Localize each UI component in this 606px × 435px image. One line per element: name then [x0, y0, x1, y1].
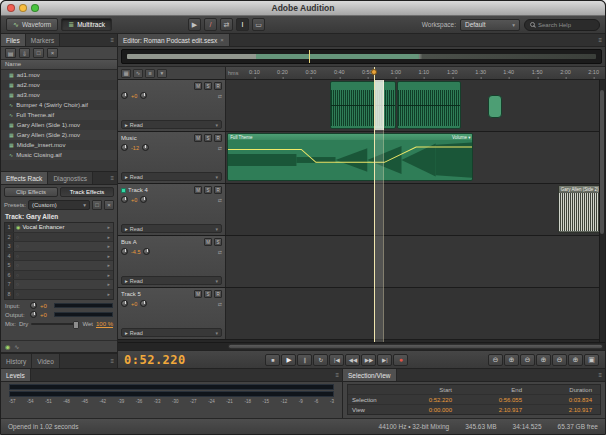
slip-tool-button[interactable]: ⇄ [220, 18, 233, 31]
effect-slot[interactable]: 6○▸ [5, 271, 113, 281]
track-lane[interactable] [226, 80, 605, 131]
volume-value[interactable]: -4.5 [131, 249, 140, 255]
io-routing-icon[interactable]: ⇄ [218, 197, 222, 203]
power-icon[interactable]: ○ [16, 253, 19, 259]
arm-button[interactable]: R [214, 134, 222, 142]
panel-menu-icon[interactable]: ≡ [332, 369, 342, 381]
zoom-out-button[interactable]: ⊖ [488, 354, 503, 366]
tab-markers[interactable]: Markers [26, 34, 60, 46]
io-routing-icon[interactable]: ⇄ [218, 301, 222, 307]
effect-slot[interactable]: 3○▸ [5, 242, 113, 252]
track-header[interactable]: Music M S R -12 ⇄ [118, 132, 226, 183]
scrollbar-thumb[interactable] [228, 344, 603, 349]
io-routing-icon[interactable]: ⇄ [218, 93, 222, 99]
track-lane[interactable]: Gary Allen (Side 2) [226, 184, 605, 235]
solo-button[interactable]: S [204, 290, 212, 298]
power-icon[interactable]: ○ [16, 281, 19, 287]
solo-button[interactable]: S [204, 82, 212, 90]
mute-button[interactable]: M [194, 186, 202, 194]
effect-slot[interactable]: 4○▸ [5, 252, 113, 262]
audio-clip-gary-allen[interactable]: Gary Allen (Side 2) [558, 185, 605, 233]
track-name[interactable]: Track 4 [128, 187, 192, 193]
delete-file-button[interactable]: × [47, 48, 58, 58]
volume-value[interactable]: +0 [131, 301, 137, 307]
help-search-box[interactable] [524, 19, 600, 31]
track-lane[interactable] [226, 288, 605, 339]
new-file-button[interactable]: □ [33, 48, 44, 58]
rack-meter-icon[interactable]: ∿ [14, 343, 19, 350]
effect-slot[interactable]: 7○▸ [5, 280, 113, 290]
session-overview-bar[interactable] [121, 49, 602, 64]
import-file-button[interactable]: ▤ [5, 48, 16, 58]
automation-mode-dropdown[interactable]: ▸ Read ▾ [121, 328, 222, 337]
track-header[interactable]: Track 5 M S R +0 ⇄ [118, 288, 226, 339]
automation-mode-dropdown[interactable]: ▸ Read ▾ [121, 120, 222, 129]
view-start-value[interactable]: 0:00.000 [390, 407, 460, 413]
record-button[interactable]: ● [393, 354, 408, 366]
output-gain-knob[interactable] [30, 311, 37, 318]
scrollbar-thumb[interactable] [600, 90, 604, 234]
track-header[interactable]: M S R +0 ⇄ ▸ [118, 80, 226, 131]
chevron-right-icon[interactable]: ▸ [107, 253, 111, 259]
track-header[interactable]: Bus A M S -4.5 ⇄ ▸ [118, 236, 226, 287]
panel-menu-icon[interactable]: ≡ [107, 34, 117, 46]
loop-button[interactable]: ↻ [313, 354, 328, 366]
search-input[interactable] [538, 22, 594, 28]
selection-duration-value[interactable]: 0:03.834 [530, 397, 600, 403]
panel-menu-icon[interactable]: ≡ [595, 369, 605, 381]
audio-clip[interactable] [397, 81, 462, 129]
snapping-icon[interactable]: ≡ [145, 69, 155, 78]
effect-slot[interactable]: 5○▸ [5, 261, 113, 271]
track-effects-button[interactable]: Track Effects [60, 187, 114, 197]
horizontal-scrollbar[interactable] [118, 342, 605, 350]
chevron-right-icon[interactable]: ▸ [107, 272, 111, 278]
save-preset-button[interactable]: □ [92, 200, 102, 210]
mini-audio-clip[interactable] [488, 95, 501, 118]
move-tool-button[interactable]: ▶ [188, 18, 201, 31]
io-routing-icon[interactable]: ⇄ [218, 249, 222, 255]
track-name[interactable]: Music [121, 135, 192, 141]
mute-button[interactable]: M [194, 134, 202, 142]
list-item[interactable]: ▦ad2.mov [1, 80, 117, 90]
tab-history[interactable]: History [1, 354, 32, 368]
track-tools-icon[interactable]: ▦ [121, 69, 131, 78]
io-routing-icon[interactable]: ⇄ [218, 145, 222, 151]
track-name[interactable]: Bus A [121, 239, 202, 245]
close-window-button[interactable] [7, 4, 15, 12]
power-icon[interactable]: ○ [16, 291, 19, 297]
fast-forward-button[interactable]: ▶▶ [361, 354, 376, 366]
zoom-full-button[interactable]: ▣ [584, 354, 599, 366]
multitrack-view-button[interactable]: ≣ Multitrack [61, 18, 112, 31]
tab-video[interactable]: Video [32, 354, 60, 368]
power-icon[interactable]: ◉ [16, 224, 20, 230]
track-name[interactable]: Track 5 [121, 291, 192, 297]
zoom-in-vertical-button[interactable]: ⊕ [568, 354, 583, 366]
selection-end-value[interactable]: 0:56.055 [460, 397, 530, 403]
chevron-right-icon[interactable]: ▸ [107, 224, 111, 230]
files-name-header[interactable]: Name [1, 60, 117, 70]
solo-button[interactable]: S [204, 186, 212, 194]
play-button[interactable]: ▶ [281, 354, 296, 366]
zoom-in-button[interactable]: ⊕ [504, 354, 519, 366]
clip-envelope-selector[interactable]: Volume ▾ [452, 135, 471, 140]
minimize-window-button[interactable] [19, 4, 27, 12]
track-lane[interactable] [226, 236, 605, 287]
chevron-right-icon[interactable]: ▸ [107, 234, 111, 240]
tab-levels[interactable]: Levels [1, 369, 31, 381]
volume-value[interactable]: +0 [131, 93, 137, 99]
solo-button[interactable]: S [214, 238, 222, 246]
tab-files[interactable]: Files [1, 34, 26, 46]
volume-knob[interactable] [121, 248, 128, 255]
zoom-window-button[interactable] [31, 4, 39, 12]
volume-knob[interactable] [121, 300, 128, 307]
skip-back-button[interactable]: |◀ [329, 354, 344, 366]
panel-menu-icon[interactable]: ≡ [595, 34, 605, 46]
pan-knob[interactable] [143, 248, 150, 255]
rewind-button[interactable]: ◀◀ [345, 354, 360, 366]
chevron-down-icon[interactable]: ▾ [157, 69, 167, 78]
list-item[interactable]: ▦ad3.mov [1, 90, 117, 100]
view-duration-value[interactable]: 2:10.917 [530, 407, 600, 413]
audio-clip[interactable] [330, 81, 396, 129]
zoom-in-horizontal-button[interactable]: ⊕ [536, 354, 551, 366]
time-display[interactable]: 0:52.220 [124, 353, 186, 367]
